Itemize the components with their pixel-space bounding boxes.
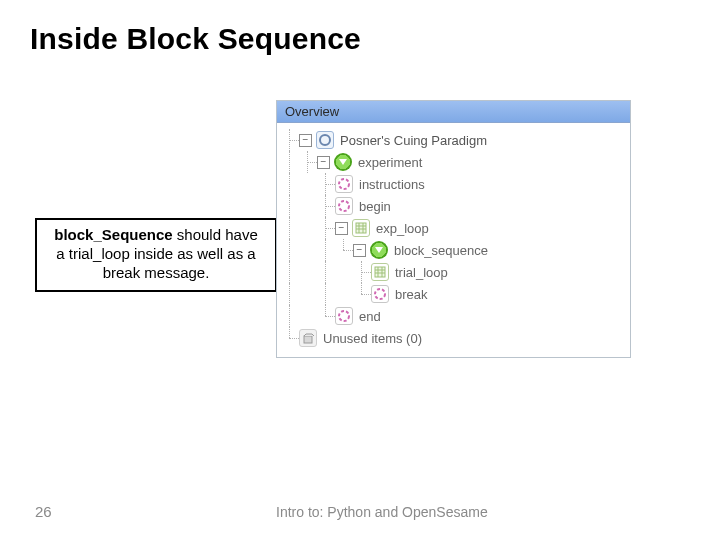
tree-label: begin	[359, 199, 391, 214]
collapse-icon[interactable]: −	[299, 134, 312, 147]
callout-box: block_Sequence should have a trial_loop …	[35, 218, 277, 292]
overview-panel: Overview − Posner's Cuing Paradigm − exp…	[276, 100, 631, 358]
slide-title: Inside Block Sequence	[30, 22, 361, 56]
sequence-icon	[370, 241, 388, 259]
svg-rect-7	[375, 267, 385, 277]
sketchpad-icon	[335, 175, 353, 193]
tree-label: instructions	[359, 177, 425, 192]
sketchpad-icon	[371, 285, 389, 303]
unused-icon	[299, 329, 317, 347]
overview-panel-header: Overview	[277, 101, 630, 123]
tree-label: experiment	[358, 155, 422, 170]
tree-label: Unused items (0)	[323, 331, 422, 346]
tree-row-block-sequence[interactable]: − block_sequence	[281, 239, 626, 261]
tree-row-begin[interactable]: begin	[281, 195, 626, 217]
tree-label: Posner's Cuing Paradigm	[340, 133, 487, 148]
loop-icon	[371, 263, 389, 281]
tree-label: trial_loop	[395, 265, 448, 280]
page-number: 26	[35, 503, 52, 520]
svg-point-12	[375, 289, 385, 299]
collapse-icon[interactable]: −	[353, 244, 366, 257]
svg-rect-2	[356, 223, 366, 233]
loop-icon	[352, 219, 370, 237]
footer-text: Intro to: Python and OpenSesame	[276, 504, 488, 520]
tree-label: block_sequence	[394, 243, 488, 258]
svg-point-13	[339, 311, 349, 321]
svg-point-1	[339, 201, 349, 211]
callout-rest1: should have	[173, 226, 258, 243]
tree-row-trial-loop[interactable]: trial_loop	[281, 261, 626, 283]
tree-row-break[interactable]: break	[281, 283, 626, 305]
sketchpad-icon	[335, 307, 353, 325]
svg-rect-14	[304, 336, 312, 343]
tree-row-exp-loop[interactable]: − exp_loop	[281, 217, 626, 239]
tree-row-end[interactable]: end	[281, 305, 626, 327]
experiment-icon	[316, 131, 334, 149]
collapse-icon[interactable]: −	[317, 156, 330, 169]
collapse-icon[interactable]: −	[335, 222, 348, 235]
callout-line3: break message.	[103, 264, 210, 281]
callout-strong: block_Sequence	[54, 226, 172, 243]
tree-label: exp_loop	[376, 221, 429, 236]
sketchpad-icon	[335, 197, 353, 215]
tree-label: break	[395, 287, 428, 302]
tree-row-unused[interactable]: Unused items (0)	[281, 327, 626, 349]
callout-line2: a trial_loop inside as well as a	[56, 245, 255, 262]
svg-point-0	[339, 179, 349, 189]
tree-row-root[interactable]: − Posner's Cuing Paradigm	[281, 129, 626, 151]
tree-row-experiment[interactable]: − experiment	[281, 151, 626, 173]
tree-label: end	[359, 309, 381, 324]
overview-tree[interactable]: − Posner's Cuing Paradigm − experiment	[277, 123, 630, 357]
sequence-icon	[334, 153, 352, 171]
tree-row-instructions[interactable]: instructions	[281, 173, 626, 195]
